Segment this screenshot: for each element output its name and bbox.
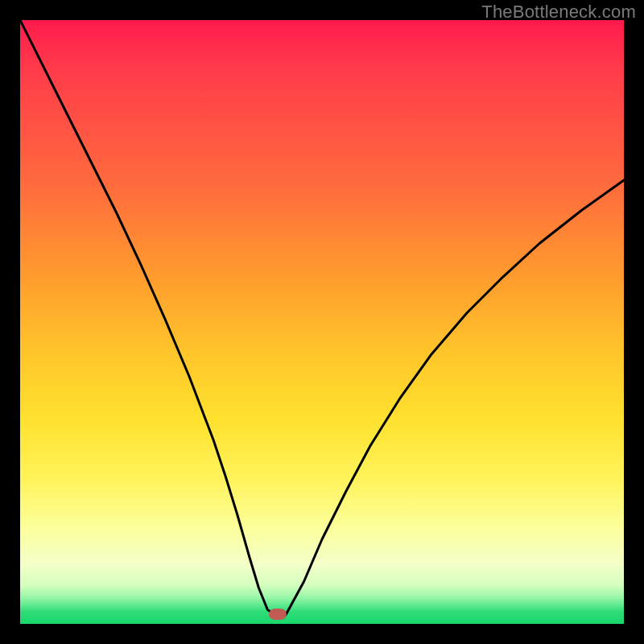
curve-layer	[20, 20, 624, 624]
bottleneck-curve	[20, 20, 624, 615]
plot-area	[20, 20, 624, 624]
watermark-text: TheBottleneck.com	[481, 2, 636, 23]
chart-frame: TheBottleneck.com	[0, 0, 644, 644]
optimal-point-marker	[269, 609, 287, 620]
